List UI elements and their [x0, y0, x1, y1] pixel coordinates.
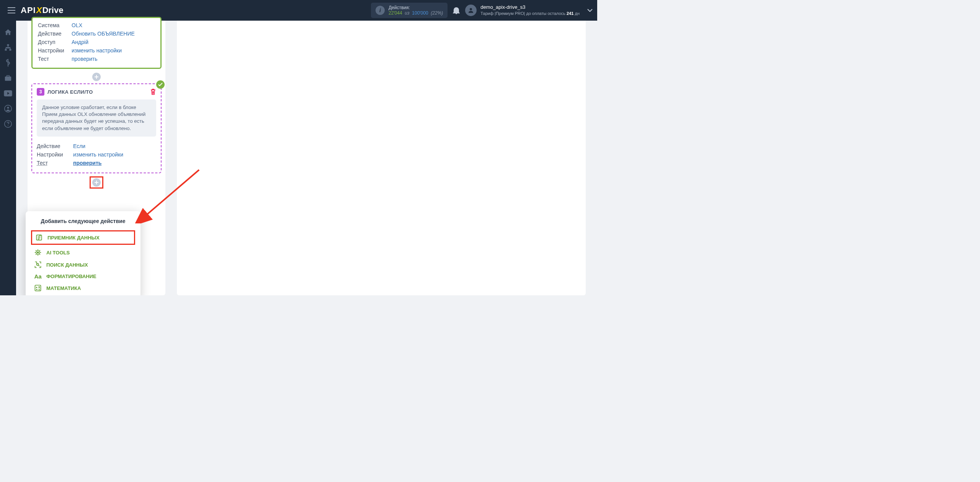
sidebar-profile-icon[interactable] — [0, 101, 16, 116]
user-plan: Тариф |Премиум PRO| до оплаты осталось 2… — [480, 11, 580, 16]
receiver-icon — [35, 234, 43, 241]
popover-title: Добавить следующее действие — [33, 218, 134, 224]
avatar-icon — [465, 5, 477, 16]
logic-settings-link[interactable]: изменить настройки — [73, 151, 123, 158]
system-value[interactable]: OLX — [72, 22, 82, 28]
math-icon — [34, 284, 42, 292]
logic-action-link[interactable]: Если — [73, 143, 85, 149]
workflow-column: СистемаOLX ДействиеОбновить ОБЪЯВЛЕНИЕ Д… — [28, 21, 165, 295]
logic-block: 3 ЛОГИКА ЕСЛИ/ТО Данное условие сработае… — [31, 83, 162, 173]
svg-point-13 — [37, 264, 39, 265]
settings-link[interactable]: изменить настройки — [72, 47, 122, 54]
step-number-badge: 3 — [37, 88, 44, 96]
popover-item-math[interactable]: МАТЕМАТИКА — [33, 282, 134, 294]
add-step-button[interactable] — [92, 73, 101, 81]
action-value[interactable]: Обновить ОБЪЯВЛЕНИЕ — [72, 31, 135, 37]
actions-counter[interactable]: i Действия: 22'044 из 100'000 (22%) — [371, 3, 448, 18]
access-value[interactable]: Андрій — [72, 39, 88, 45]
logic-title: ЛОГИКА ЕСЛИ/ТО — [47, 89, 93, 95]
sidebar-help-icon[interactable] — [0, 116, 16, 132]
receiver-block: СистемаOLX ДействиеОбновить ОБЪЯВЛЕНИЕ Д… — [31, 17, 162, 69]
main-content: СистемаOLX ДействиеОбновить ОБЪЯВЛЕНИЕ Д… — [16, 21, 597, 295]
sidebar-briefcase-icon[interactable] — [0, 70, 16, 86]
svg-rect-4 — [5, 77, 11, 81]
hamburger-menu-icon[interactable] — [5, 4, 18, 16]
info-icon: i — [376, 6, 385, 15]
success-badge-icon — [156, 80, 165, 89]
add-action-popover: Добавить следующее действие ПРИЕМНИК ДАН… — [26, 211, 140, 295]
details-panel — [177, 21, 586, 295]
sidebar-home-icon[interactable] — [0, 24, 16, 40]
add-step-button-highlighted — [90, 176, 103, 189]
actions-label: Действия: — [389, 5, 443, 10]
logic-description: Данное условие сработает, если в блоке П… — [37, 99, 156, 137]
popover-item-ai-tools[interactable]: AI TOOLS — [33, 246, 134, 259]
chevron-down-icon — [587, 9, 593, 12]
add-step-button-2[interactable] — [92, 178, 101, 187]
sidebar-billing-icon[interactable] — [0, 55, 16, 70]
sidebar-video-icon[interactable] — [0, 86, 16, 101]
test-link[interactable]: проверить — [72, 56, 98, 62]
sidebar — [0, 21, 16, 295]
svg-rect-14 — [35, 285, 41, 291]
notifications-icon[interactable] — [453, 7, 460, 14]
svg-point-0 — [470, 8, 472, 10]
svg-rect-3 — [9, 49, 11, 50]
logo[interactable]: APIXDrive — [21, 5, 63, 15]
logic-test-link[interactable]: проверить — [73, 160, 101, 166]
user-menu[interactable]: demo_apix-drive_s3 Тариф |Премиум PRO| д… — [465, 4, 593, 16]
svg-point-12 — [37, 252, 38, 253]
popover-item-receiver[interactable]: ПРИЕМНИК ДАННЫХ — [31, 230, 135, 245]
popover-item-format[interactable]: Aa ФОРМАТИРОВАНИЕ — [33, 271, 134, 282]
svg-rect-2 — [5, 49, 7, 50]
ai-icon — [34, 249, 42, 256]
popover-item-search[interactable]: ПОИСК ДАННЫХ — [33, 259, 134, 271]
svg-point-7 — [7, 107, 9, 109]
sidebar-connections-icon[interactable] — [0, 40, 16, 55]
svg-rect-1 — [7, 44, 9, 46]
format-icon: Aa — [34, 273, 42, 280]
svg-point-9 — [8, 125, 8, 126]
user-name: demo_apix-drive_s3 — [480, 4, 580, 11]
search-data-icon — [34, 261, 42, 269]
delete-icon[interactable] — [150, 88, 156, 95]
